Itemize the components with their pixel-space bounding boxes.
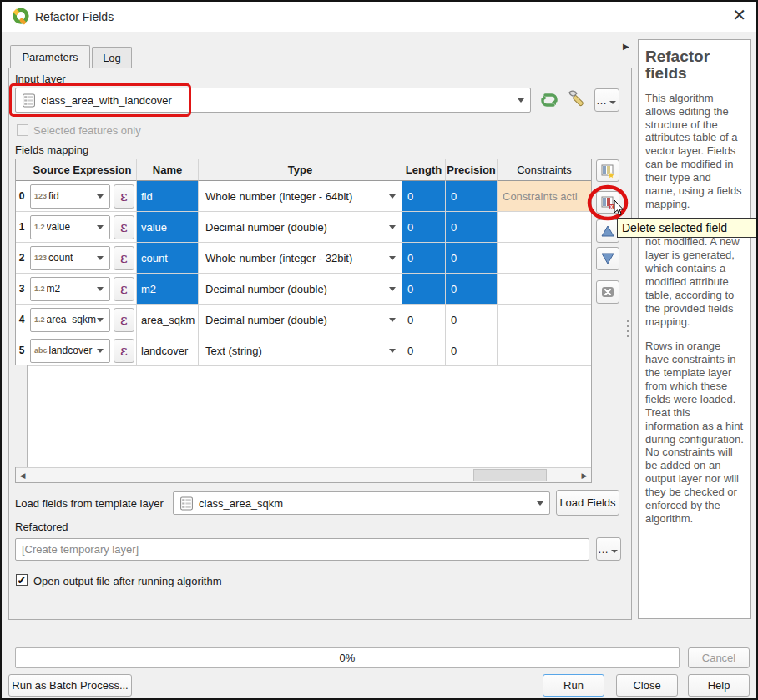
name-cell[interactable]: value <box>137 212 199 243</box>
field-type-badge: 123 <box>34 192 47 200</box>
chevron-down-icon <box>97 256 104 260</box>
window-title: Refactor Fields <box>35 10 114 23</box>
row-number[interactable]: 4 <box>16 305 28 335</box>
source-expression-combobox[interactable]: 1.2 value <box>30 215 110 239</box>
run-as-batch-button[interactable]: Run as Batch Process... <box>8 674 132 697</box>
header-name[interactable]: Name <box>137 159 199 181</box>
ellipsis-icon: … <box>598 543 609 556</box>
tab-log[interactable]: Log <box>92 47 132 68</box>
splitter-handle[interactable] <box>626 319 629 337</box>
template-layer-combobox[interactable]: class_area_sqkm <box>173 491 550 515</box>
chevron-down-icon <box>97 349 104 353</box>
header-length[interactable]: Length <box>402 159 446 181</box>
clear-x-icon <box>600 285 615 300</box>
header-constraints[interactable]: Constraints <box>498 159 591 181</box>
template-layer-label: Load fields from template layer <box>15 497 164 510</box>
expression-builder-button[interactable] <box>114 215 134 239</box>
header-type[interactable]: Type <box>199 159 402 181</box>
type-cell[interactable]: Whole number (integer - 32bit) <box>199 243 402 274</box>
type-cell[interactable]: Whole number (integer - 64bit) <box>199 181 402 212</box>
input-layer-more-button[interactable]: … <box>594 88 619 112</box>
move-field-down-button[interactable] <box>596 247 619 270</box>
chevron-down-icon <box>537 501 543 506</box>
move-field-up-button[interactable] <box>596 219 619 243</box>
table-horizontal-scrollbar[interactable]: ◀ ▶ <box>16 467 591 482</box>
name-cell[interactable]: area_sqkm <box>137 305 199 335</box>
chevron-down-icon <box>389 194 396 199</box>
type-cell[interactable]: Decimal number (double) <box>199 305 402 335</box>
source-expression-combobox[interactable]: 123 fid <box>30 184 110 209</box>
header-precision[interactable]: Precision <box>446 159 498 181</box>
scroll-right-icon[interactable]: ▶ <box>578 468 591 483</box>
expression-builder-button[interactable] <box>114 277 134 301</box>
precision-cell[interactable]: 0 <box>446 243 498 274</box>
help-button[interactable]: Help <box>688 674 750 697</box>
add-field-button[interactable] <box>596 159 619 182</box>
help-panel: Refactor fields This algorithm allows ed… <box>638 39 751 619</box>
refactored-output-field[interactable]: [Create temporary layer] <box>15 538 589 561</box>
chevron-down-icon <box>389 318 396 322</box>
run-button[interactable]: Run <box>543 674 604 697</box>
selected-features-label: Selected features only <box>33 124 141 137</box>
expression-builder-button[interactable] <box>114 246 134 270</box>
input-layer-combobox[interactable]: class_area_with_landcover <box>15 88 531 113</box>
length-cell[interactable]: 0 <box>402 305 446 335</box>
row-number[interactable]: 0 <box>16 181 28 212</box>
chevron-down-icon <box>97 318 104 322</box>
refactor-fields-dialog: Refactor Fields ✕ Parameters Log Input l… <box>0 0 758 700</box>
tab-parameters[interactable]: Parameters <box>10 45 90 68</box>
reset-fields-button[interactable] <box>596 280 619 304</box>
length-cell[interactable]: 0 <box>402 212 446 243</box>
row-number[interactable]: 1 <box>16 212 28 243</box>
length-cell[interactable]: 0 <box>402 181 446 212</box>
constraints-cell <box>498 335 591 366</box>
selected-features-checkbox[interactable] <box>17 124 28 136</box>
row-number[interactable]: 5 <box>16 335 28 366</box>
type-cell[interactable]: Decimal number (double) <box>199 212 402 243</box>
chevron-down-icon <box>518 98 524 103</box>
close-button[interactable]: Close <box>616 674 678 697</box>
output-more-button[interactable]: … <box>596 537 621 561</box>
close-icon[interactable]: ✕ <box>732 7 746 23</box>
expression-builder-button[interactable] <box>114 339 134 363</box>
chevron-down-icon <box>389 287 396 291</box>
type-cell[interactable]: Text (string) <box>199 335 402 366</box>
advanced-options-wrench-icon[interactable] <box>566 88 588 110</box>
load-fields-button[interactable]: Load Fields <box>556 490 619 516</box>
source-expression-combobox[interactable]: abc landcover <box>30 339 110 363</box>
precision-cell[interactable]: 0 <box>446 181 498 212</box>
source-expression-combobox[interactable]: 1.2 area_sqkm <box>30 308 110 332</box>
length-cell[interactable]: 0 <box>402 274 446 305</box>
type-cell[interactable]: Decimal number (double) <box>199 274 402 305</box>
name-cell[interactable]: count <box>137 243 199 274</box>
constraints-cell <box>498 274 591 305</box>
name-cell[interactable]: fid <box>137 181 199 212</box>
row-header-strip <box>15 365 28 467</box>
precision-cell[interactable]: 0 <box>446 305 498 335</box>
ellipsis-icon: … <box>596 94 608 107</box>
iterate-over-layer-icon[interactable] <box>538 89 560 111</box>
length-cell[interactable]: 0 <box>402 243 446 274</box>
constraints-cell: Constraints acti <box>498 181 591 212</box>
expression-builder-button[interactable] <box>114 184 134 209</box>
scroll-left-icon[interactable]: ◀ <box>16 468 29 483</box>
header-source-expression[interactable]: Source Expression <box>28 159 137 181</box>
scrollbar-thumb[interactable] <box>473 469 546 481</box>
precision-cell[interactable]: 0 <box>446 212 498 243</box>
expression-builder-button[interactable] <box>114 308 134 332</box>
name-cell[interactable]: m2 <box>137 274 199 305</box>
precision-cell[interactable]: 0 <box>446 274 498 305</box>
help-title: Refactor fields <box>645 48 744 82</box>
arrow-up-icon <box>600 224 615 238</box>
length-cell[interactable]: 0 <box>402 335 446 366</box>
name-cell[interactable]: landcover <box>137 335 199 366</box>
layer-table-icon <box>22 93 36 108</box>
source-expression-combobox[interactable]: 123 count <box>30 246 110 270</box>
cancel-button[interactable]: Cancel <box>688 647 750 668</box>
source-expression-combobox[interactable]: 1.2 m2 <box>30 277 110 301</box>
row-number[interactable]: 3 <box>16 274 28 305</box>
open-output-checkbox[interactable]: ✓ <box>16 574 28 586</box>
row-number[interactable]: 2 <box>16 243 28 274</box>
collapse-help-arrow-icon[interactable]: ▶ <box>623 42 629 51</box>
precision-cell[interactable]: 0 <box>446 335 498 366</box>
